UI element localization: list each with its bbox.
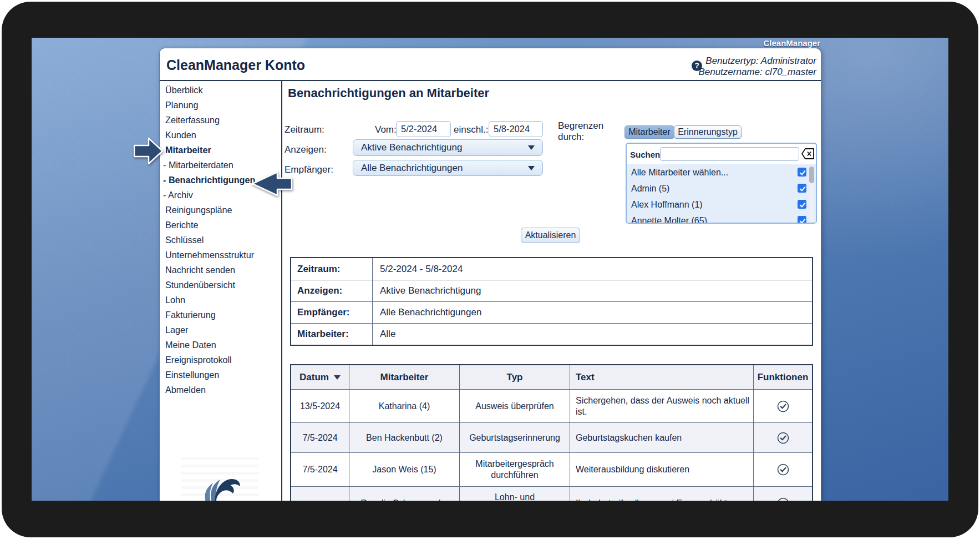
sidebar-item[interactable]: Stundenübersicht (163, 278, 280, 293)
member-label: Alle Mitarbeiter wählen... (631, 168, 728, 178)
pointer-arrow-left-icon (251, 171, 292, 197)
member-label: Alex Hoffmann (1) (631, 200, 703, 210)
member-list: Alle Mitarbeiter wählen... Admin (5) Ale… (627, 164, 816, 223)
user-name-label: Benutzername: cl70_master (698, 67, 816, 78)
mark-done-icon[interactable] (776, 431, 790, 445)
summary-row: Mitarbeiter: Alle (291, 323, 812, 345)
sidebar-item[interactable]: Reinigungspläne (163, 203, 280, 218)
sidebar-item[interactable]: Planung (163, 98, 280, 113)
date-from-input[interactable]: 5/2-2024 (396, 121, 451, 137)
sidebar-item[interactable]: Ereignisprotokoll (163, 352, 280, 367)
date-to-input[interactable]: 5/8-2024 (489, 121, 543, 137)
member-list-item[interactable]: Annette Molter (65) (627, 213, 816, 224)
summary-label: Zeitraum: (291, 258, 373, 280)
sidebar-item[interactable]: Abmelden (163, 382, 280, 397)
summary-row: Anzeigen: Aktive Benachrichtigung (291, 280, 812, 301)
content-heading: Benachrichtigungen an Mitarbeiter (288, 86, 489, 100)
cell-funktionen (754, 453, 812, 486)
header-datum[interactable]: Datum (291, 365, 349, 389)
header-typ[interactable]: Typ (460, 365, 570, 389)
cell-mitarbeiter: Katharina (4) (349, 390, 460, 422)
sidebar-item[interactable]: - Mitarbeiterdaten (163, 158, 280, 173)
member-label: Admin (5) (631, 184, 669, 194)
table-body: 13/5-2024 Katharina (4) Ausweis überprüf… (291, 389, 812, 501)
cell-datum: 7/5-2024 (291, 423, 349, 452)
sidebar-item[interactable]: Fakturierung (163, 308, 280, 323)
scrollbar-thumb[interactable] (809, 167, 814, 183)
einschl-label: einschl.: (454, 124, 488, 135)
user-info: Benutzertyp: Administrator Benutzername:… (698, 56, 816, 78)
sidebar-item[interactable]: Überblick (163, 83, 280, 98)
sidebar-item[interactable]: Zeiterfassung (163, 113, 280, 128)
summary-value: 5/2-2024 - 5/8-2024 (373, 258, 812, 280)
summary-value: Aktive Benachrichtigung (373, 280, 812, 301)
cell-datum: 13/5-2024 (291, 390, 349, 422)
cell-funktionen (754, 487, 812, 501)
begrenzen-label: Begrenzen durch: (558, 120, 603, 143)
cell-typ: Geburtstagserinnerung (460, 423, 570, 452)
sidebar-item[interactable]: Berichte (163, 218, 280, 233)
cleanmanager-wave-logo (200, 473, 243, 501)
screenshot-root: { "brand": "CleanManager", "window": { "… (0, 0, 980, 539)
member-checkbox[interactable] (798, 184, 806, 193)
desktop-wallpaper: CleanManager CleanManager Konto ? Benutz… (32, 38, 948, 501)
member-list-item[interactable]: Admin (5) (627, 180, 816, 197)
summary-label: Empfänger: (291, 302, 373, 323)
cell-text: Sichergehen, dass der Ausweis noch aktue… (570, 390, 754, 422)
empfaenger-dropdown[interactable]: Alle Benachrichtigungen (353, 160, 543, 176)
cell-text: Weiterausbildung diskutieren (570, 453, 754, 486)
mark-done-icon[interactable] (776, 497, 790, 501)
member-checkbox[interactable] (798, 216, 806, 224)
anzeigen-dropdown[interactable]: Aktive Benachrichtigung (353, 139, 543, 156)
table-row: 7/5-2024 Jason Weis (15) Mitarbeitergesp… (291, 452, 812, 486)
summary-value: Alle Benachrichtigungen (373, 302, 812, 323)
tab-mitarbeiter[interactable]: Mitarbeiter (624, 125, 674, 139)
cell-typ: Lohn- und (460, 487, 570, 501)
desktop-brand-label: CleanManager (763, 38, 820, 48)
mark-done-icon[interactable] (776, 463, 790, 476)
mark-done-icon[interactable] (776, 400, 790, 413)
anzeigen-dropdown-value: Aktive Benachrichtigung (361, 142, 462, 153)
header-text[interactable]: Text (570, 365, 754, 389)
sidebar-item[interactable]: Meine Daten (163, 337, 280, 352)
sort-desc-icon (334, 375, 341, 380)
summary-label: Anzeigen: (291, 280, 373, 301)
sidebar-item[interactable]: Unternehmensstruktur (163, 248, 280, 263)
summary-row: Zeitraum: 5/2-2024 - 5/8-2024 (291, 258, 812, 280)
sidebar-item[interactable]: Mitarbeiter (163, 143, 280, 158)
member-checkbox[interactable] (798, 168, 806, 177)
table-row: Rosalie Schwannecke Lohn- und Ihr Lohnta… (291, 486, 812, 501)
search-label: Suchen: (630, 150, 663, 159)
cell-text: Ihr Lohntarif soll um zwei Euros erhöht (570, 487, 754, 501)
cell-mitarbeiter: Ben Hackenbutt (2) (349, 423, 460, 452)
update-button[interactable]: Aktualisieren (521, 228, 580, 243)
sidebar-item[interactable]: Kunden (163, 128, 280, 143)
pointer-arrow-right-icon (134, 136, 164, 166)
page-title: CleanManager Konto (166, 57, 305, 73)
zeitraum-label: Zeitraum: (285, 124, 324, 135)
cell-typ: Ausweis überprüfen (460, 390, 570, 422)
member-list-item[interactable]: Alle Mitarbeiter wählen... (627, 164, 816, 180)
table-row: 13/5-2024 Katharina (4) Ausweis überprüf… (291, 389, 812, 422)
app-window: CleanManager Konto ? Benutzertyp: Admini… (159, 48, 821, 501)
sidebar-item[interactable]: Schlüssel (163, 233, 280, 248)
tab-erinnerungstyp[interactable]: Erinnerungstyp (674, 125, 742, 139)
cell-datum (291, 487, 349, 501)
member-checkbox[interactable] (798, 200, 806, 209)
clear-search-icon[interactable] (801, 148, 815, 159)
search-input[interactable] (660, 147, 799, 161)
member-list-scrollbar[interactable] (809, 165, 814, 222)
sidebar-item[interactable]: Nachricht senden (163, 263, 280, 278)
sidebar-item[interactable]: Lager (163, 323, 280, 337)
sidebar-content-divider (281, 81, 282, 501)
sidebar-item[interactable]: Einstellungen (163, 367, 280, 382)
header-mitarbeiter[interactable]: Mitarbeiter (349, 365, 460, 389)
sidebar-item[interactable]: Lohn (163, 293, 280, 308)
filter-tabs: Mitarbeiter Erinnerungstyp (624, 125, 742, 139)
cell-funktionen (754, 423, 812, 452)
sidebar-nav: Überblick Planung Zeiterfassung Kunden M… (163, 83, 280, 397)
vom-label: Vom: (375, 124, 397, 135)
member-list-item[interactable]: Alex Hoffmann (1) (627, 197, 816, 213)
cell-datum: 7/5-2024 (291, 453, 349, 486)
empfaenger-dropdown-value: Alle Benachrichtigungen (361, 163, 463, 174)
